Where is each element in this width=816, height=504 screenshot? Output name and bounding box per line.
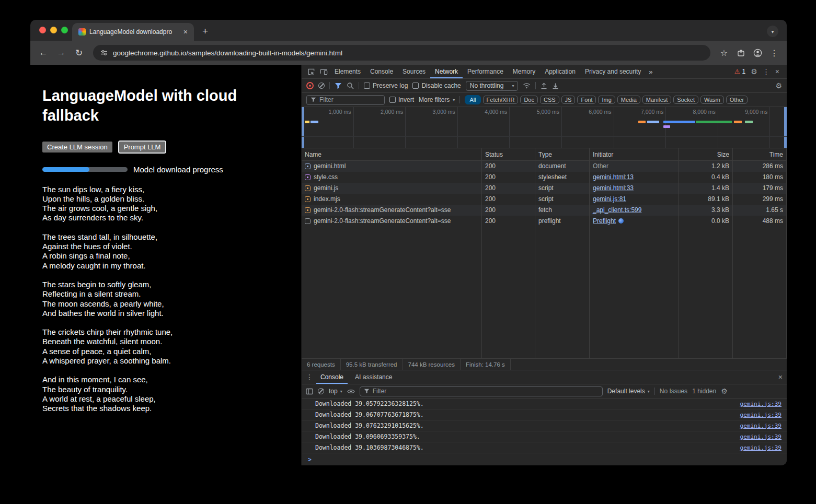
devtools-tab[interactable]: Sources <box>398 65 430 78</box>
bookmark-star-icon[interactable]: ☆ <box>717 45 731 60</box>
initiator-cell[interactable]: Other <box>590 161 679 172</box>
initiator-link[interactable]: gemini.html:13 <box>593 173 634 181</box>
tab-close-icon[interactable]: × <box>181 28 190 36</box>
initiator-cell[interactable]: gemini.html:13 <box>590 172 679 183</box>
initiator-link[interactable]: gemini.html:33 <box>593 184 634 192</box>
forward-button[interactable]: → <box>53 45 69 61</box>
network-conditions-icon[interactable] <box>523 83 531 89</box>
network-filter-chip[interactable]: CSS <box>540 96 559 104</box>
console-levels-select[interactable]: Default levels ▾ <box>607 388 650 395</box>
initiator-link[interactable]: _api_client.ts:599 <box>593 206 641 214</box>
devtools-tab[interactable]: Memory <box>508 65 540 78</box>
column-header[interactable]: Time <box>733 148 787 160</box>
console-source-link[interactable]: gemini.js:39 <box>740 444 781 451</box>
devtools-tab[interactable]: Performance <box>463 65 508 78</box>
device-toolbar-icon[interactable] <box>317 65 330 78</box>
column-header[interactable]: Status <box>482 148 535 160</box>
minimize-window-button[interactable] <box>50 27 57 33</box>
column-header[interactable]: Size <box>679 148 733 160</box>
request-name-cell[interactable]: style.css <box>302 172 482 183</box>
network-filter-chip[interactable]: Manifest <box>642 96 672 104</box>
network-filter-chip[interactable]: Wasm <box>700 96 724 104</box>
more-filters-button[interactable]: More filters ▾ <box>419 96 455 103</box>
network-row[interactable]: gemini-2.0-flash:streamGenerateContent?a… <box>302 216 787 227</box>
request-name-cell[interactable]: index.mjs <box>302 194 482 205</box>
network-filter-chip[interactable]: Socket <box>673 96 698 104</box>
more-panels-icon[interactable]: » <box>646 68 656 76</box>
clear-network-log-button[interactable] <box>318 83 325 89</box>
column-header[interactable]: Initiator <box>590 148 679 160</box>
request-name-cell[interactable]: gemini-2.0-flash:streamGenerateContent?a… <box>302 216 482 227</box>
network-filter-chip[interactable]: Img <box>598 96 615 104</box>
initiator-cell[interactable]: Preflight <box>590 216 679 227</box>
console-issues-label[interactable]: No Issues <box>660 388 687 395</box>
initiator-link[interactable]: Preflight <box>593 217 616 225</box>
initiator-cell[interactable]: _api_client.ts:599 <box>590 205 679 216</box>
console-source-link[interactable]: gemini.js:39 <box>740 423 781 429</box>
preserve-log-checkbox[interactable]: Preserve log <box>364 82 408 89</box>
tab-search-button[interactable]: ▾ <box>767 26 778 37</box>
console-drawer-tab[interactable]: Console <box>316 370 348 384</box>
throttling-select[interactable]: No throttling ▾ <box>466 81 519 91</box>
timeline-selection-handle[interactable] <box>302 107 304 148</box>
console-context-select[interactable]: top ▾ <box>329 388 342 395</box>
close-window-button[interactable] <box>39 27 46 33</box>
devtools-settings-icon[interactable]: ⚙ <box>751 67 757 76</box>
devtools-close-icon[interactable]: × <box>775 67 779 76</box>
import-har-icon[interactable] <box>541 83 547 89</box>
request-name-cell[interactable]: gemini.html <box>302 161 482 172</box>
network-settings-icon[interactable]: ⚙ <box>775 81 782 90</box>
extensions-icon[interactable] <box>733 45 748 60</box>
inspect-element-icon[interactable] <box>305 65 317 78</box>
site-info-icon[interactable] <box>100 49 108 56</box>
console-settings-icon[interactable]: ⚙ <box>721 387 728 395</box>
console-source-link[interactable]: gemini.js:39 <box>740 412 781 418</box>
drawer-close-icon[interactable]: × <box>778 373 783 381</box>
reload-button[interactable]: ↻ <box>71 45 87 61</box>
clear-console-icon[interactable] <box>318 388 324 394</box>
console-prompt[interactable]: > <box>302 453 787 465</box>
request-name-cell[interactable]: gemini-2.0-flash:streamGenerateContent?a… <box>302 205 482 216</box>
eye-icon[interactable] <box>347 389 355 394</box>
network-filter-input[interactable]: Filter <box>306 95 385 105</box>
browser-tab[interactable]: LanguageModel downloadpro × <box>72 23 194 41</box>
console-source-link[interactable]: gemini.js:39 <box>740 401 781 407</box>
create-llm-session-button[interactable]: Create LLM session <box>42 142 112 153</box>
network-filter-chip[interactable]: Font <box>577 96 596 104</box>
browser-menu-icon[interactable]: ⋮ <box>767 45 781 60</box>
network-search-icon[interactable] <box>347 82 354 89</box>
network-filter-chip[interactable]: Other <box>726 96 748 104</box>
console-hidden-count[interactable]: 1 hidden <box>692 388 716 395</box>
disable-cache-checkbox[interactable]: Disable cache <box>412 82 461 89</box>
initiator-cell[interactable]: gemini.js:81 <box>590 194 679 205</box>
column-header[interactable]: Name <box>302 148 482 160</box>
network-row[interactable]: gemini.js 200 script gemini.html:33 1.4 … <box>302 183 787 194</box>
network-filter-chip[interactable]: Fetch/XHR <box>483 96 519 104</box>
profile-avatar-icon[interactable] <box>750 45 765 60</box>
devtools-tab[interactable]: Application <box>540 65 580 78</box>
devtools-tab[interactable]: Console <box>365 65 398 78</box>
initiator-link[interactable]: Other <box>593 162 608 170</box>
network-row[interactable]: index.mjs 200 script gemini.js:81 89.1 k… <box>302 194 787 205</box>
devtools-menu-icon[interactable]: ⋮ <box>763 67 770 76</box>
console-filter-input[interactable]: Filter <box>360 386 603 396</box>
network-filter-chip[interactable]: All <box>465 95 480 104</box>
initiator-link[interactable]: gemini.js:81 <box>593 195 626 203</box>
column-header[interactable]: Type <box>535 148 590 160</box>
devtools-tab[interactable]: Elements <box>330 65 365 78</box>
url-bar[interactable]: googlechrome.github.io/samples/downloadi… <box>93 45 710 61</box>
devtools-tab[interactable]: Network <box>430 65 463 78</box>
prompt-llm-button[interactable]: Prompt LLM <box>119 142 166 153</box>
network-overview-timeline[interactable]: 1,000 ms 2,000 ms 3,000 ms 4,000 ms 5,00… <box>302 107 787 148</box>
new-tab-button[interactable]: + <box>199 26 211 37</box>
console-drawer-tab[interactable]: AI assistance <box>351 370 396 384</box>
network-filter-chip[interactable]: Media <box>617 96 640 104</box>
initiator-cell[interactable]: gemini.html:33 <box>590 183 679 194</box>
filter-toggle-icon[interactable] <box>335 83 342 89</box>
request-name-cell[interactable]: gemini.js <box>302 183 482 194</box>
network-row[interactable]: gemini.html 200 document Other 1.2 kB 28… <box>302 161 787 172</box>
network-row[interactable]: style.css 200 stylesheet gemini.html:13 … <box>302 172 787 183</box>
console-sidebar-icon[interactable] <box>306 388 313 395</box>
devtools-tab[interactable]: Privacy and security <box>580 65 646 78</box>
back-button[interactable]: ← <box>36 45 51 61</box>
